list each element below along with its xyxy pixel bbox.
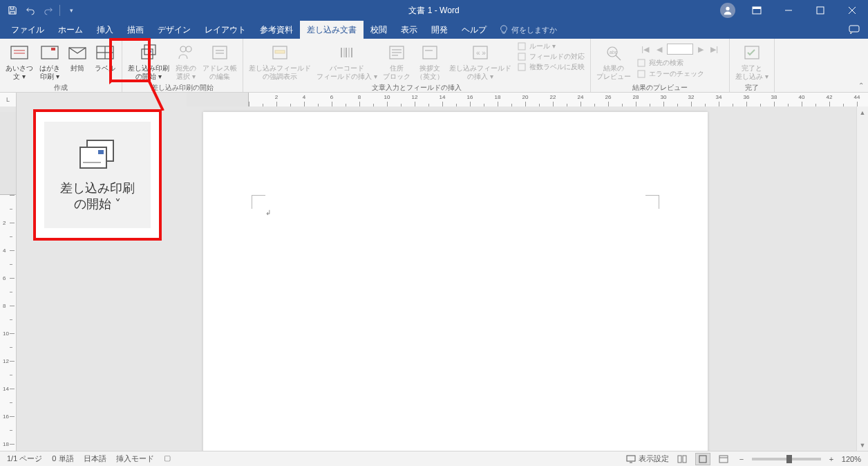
undo-button[interactable] (22, 2, 39, 19)
barcode-field-icon (336, 41, 358, 64)
callout-start-mail-merge: 差し込み印刷 の開始 ˅ (33, 109, 162, 241)
status-bar: 1/1 ページ 0 単語 日本語 挿入モード ▢ 表示設定 − + 120% (0, 451, 868, 466)
scroll-down-arrow[interactable]: ▼ (857, 439, 868, 451)
minimize-button[interactable] (773, 0, 804, 21)
postcard-print-icon (39, 41, 61, 64)
finish-merge-button: 完了と 差し込み ▾ (733, 40, 771, 82)
greeting-line-en-button: 挨拶文 （英文） (413, 40, 446, 82)
check-errors: エラーのチェック (636, 69, 724, 79)
scroll-up-arrow[interactable]: ▲ (857, 106, 868, 118)
svg-rect-42 (518, 64, 525, 71)
comments-button[interactable] (840, 21, 868, 39)
user-account-icon[interactable] (720, 3, 735, 18)
record-navigation: |◀◀▶▶| (636, 41, 724, 57)
ruler-corner[interactable]: L (0, 93, 17, 106)
ribbon-group: abc結果の プレビュー|◀◀▶▶|宛先の検索エラーのチェック結果のプレビュー (591, 39, 730, 92)
svg-text:« »: « » (476, 49, 486, 57)
start-mail-merge-icon (138, 41, 160, 64)
first-record: |◀ (639, 43, 652, 55)
horizontal-ruler[interactable]: 1614121086422468101214161820222426283032… (17, 93, 868, 106)
collapse-ribbon[interactable]: ⌃ (858, 82, 864, 89)
svg-rect-47 (638, 71, 645, 77)
tab-mailings[interactable]: 差し込み文書 (300, 21, 364, 39)
svg-rect-59 (699, 456, 706, 463)
update-labels: 複数ラベルに反映 (517, 62, 585, 72)
labels-button[interactable]: ラベル (91, 40, 119, 74)
svg-point-0 (726, 7, 729, 10)
highlight-merge-fields-button: 差し込みフィールド の強調表示 (246, 40, 314, 82)
tab-help[interactable]: ヘルプ (455, 21, 493, 39)
tell-me-search[interactable]: 何をしますか (499, 21, 557, 39)
tab-draw[interactable]: 描画 (120, 21, 151, 39)
status-language[interactable]: 日本語 (84, 454, 106, 464)
envelopes-icon (66, 41, 88, 64)
redo-button[interactable] (40, 2, 57, 19)
preview-results-button: abc結果の プレビュー (594, 40, 634, 82)
svg-rect-8 (11, 46, 28, 59)
svg-rect-55 (627, 456, 635, 461)
svg-rect-7 (849, 26, 859, 32)
svg-rect-22 (213, 46, 227, 59)
callout-label: 差し込み印刷 の開始 ˅ (60, 180, 135, 213)
postcard-print-button[interactable]: はがき 印刷 ▾ (36, 40, 64, 82)
maximize-button[interactable] (804, 0, 836, 21)
tab-home[interactable]: ホーム (51, 21, 90, 39)
tab-references[interactable]: 参考資料 (253, 21, 300, 39)
tab-insert[interactable]: 挿入 (90, 21, 120, 39)
display-settings[interactable]: 表示設定 (626, 454, 669, 464)
zoom-in[interactable]: + (827, 455, 836, 463)
zoom-out[interactable]: − (737, 455, 746, 463)
svg-rect-12 (51, 48, 55, 50)
zoom-level[interactable]: 120% (842, 455, 861, 463)
margin-corner-tl (252, 195, 265, 209)
mail-merge-icon (73, 138, 122, 176)
zoom-slider[interactable] (752, 458, 821, 460)
insert-merge-field-button: « »差し込みフィールド の挿入 ▾ (446, 40, 514, 82)
status-page[interactable]: 1/1 ページ (7, 454, 42, 464)
ribbon-group: 差し込みフィールド の強調表示バーコード フィールドの挿入 ▾住所 ブロック挨拶… (243, 39, 591, 92)
view-web-layout[interactable] (716, 453, 731, 465)
svg-rect-36 (423, 46, 437, 59)
envelopes-button[interactable]: 封筒 (64, 40, 91, 74)
svg-rect-53 (98, 150, 104, 154)
find-recipient: 宛先の検索 (636, 58, 724, 68)
text-cursor: ↲ (265, 209, 271, 216)
next-record: ▶ (695, 43, 707, 55)
tab-file[interactable]: ファイル (4, 21, 51, 39)
edit-recipient-list-icon (209, 41, 231, 64)
vertical-ruler[interactable]: 64224681012141618 (0, 106, 17, 451)
ribbon-tabs: ファイル ホーム 挿入 描画 デザイン レイアウト 参考資料 差し込み文書 校閲… (0, 21, 868, 39)
status-insert-mode[interactable]: 挿入モード (116, 454, 154, 464)
macro-record-icon[interactable]: ▢ (164, 454, 171, 464)
ribbon-group: あいさつ 文 ▾はがき 印刷 ▾封筒ラベル作成 (0, 39, 122, 92)
page[interactable]: ↲ (203, 112, 708, 451)
finish-merge-icon (741, 41, 763, 64)
status-word-count[interactable]: 0 単語 (52, 454, 73, 464)
tab-developer[interactable]: 開発 (424, 21, 455, 39)
svg-point-20 (180, 46, 186, 52)
title-bar: ▾ 文書 1 - Word (0, 0, 868, 21)
start-mail-merge-button[interactable]: 差し込み印刷 の開始 ▾ (125, 40, 172, 82)
tab-design[interactable]: デザイン (151, 21, 198, 39)
close-button[interactable] (836, 0, 868, 21)
save-button[interactable] (4, 2, 21, 19)
match-fields: フィールドの対応 (517, 52, 585, 62)
view-print-layout[interactable] (695, 453, 710, 465)
svg-point-21 (186, 46, 191, 52)
address-block-button: 住所 ブロック (380, 40, 413, 82)
qat-customize[interactable]: ▾ (63, 2, 79, 19)
prev-record: ◀ (653, 43, 666, 55)
ribbon: あいさつ 文 ▾はがき 印刷 ▾封筒ラベル作成差し込み印刷 の開始 ▾宛先の 選… (0, 39, 868, 93)
tab-review[interactable]: 校閲 (364, 21, 394, 39)
tab-view[interactable]: 表示 (394, 21, 424, 39)
greeting-line-button[interactable]: あいさつ 文 ▾ (3, 40, 36, 82)
ribbon-display-options[interactable] (741, 0, 773, 21)
svg-rect-41 (518, 53, 525, 60)
greeting-line-icon (8, 41, 30, 64)
labels-icon (94, 41, 116, 64)
svg-rect-11 (41, 46, 58, 59)
tab-layout[interactable]: レイアウト (198, 21, 253, 39)
vertical-scrollbar[interactable]: ▲ ▼ (856, 106, 868, 451)
edit-recipient-list-button: アドレス帳 の編集 (200, 40, 240, 82)
view-read-mode[interactable] (674, 453, 690, 465)
